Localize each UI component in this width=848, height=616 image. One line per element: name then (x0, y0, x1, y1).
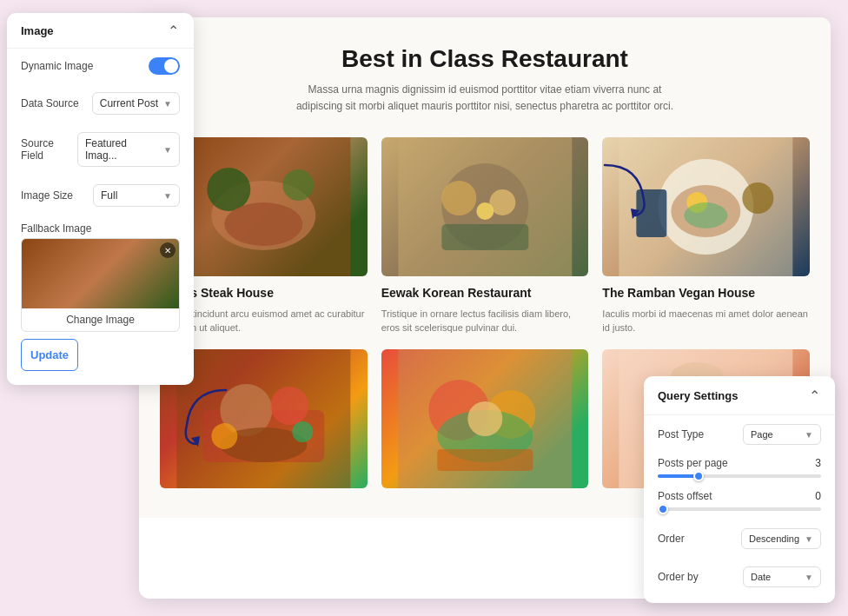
data-source-select[interactable]: Current Post ▼ (92, 92, 180, 115)
posts-per-page-row: Posts per page 3 (644, 454, 835, 487)
query-settings-panel: Query Settings ⌃ Post Type Page ▼ Posts … (644, 376, 835, 603)
list-item: Eewak Korean Restaurant Tristique in orn… (374, 130, 596, 341)
svg-point-10 (476, 202, 494, 220)
source-field-value: Featured Imag... (85, 137, 158, 162)
fallback-image-label: Fallback Image (7, 215, 194, 238)
data-source-chevron-icon: ▼ (163, 99, 172, 109)
post-type-value: Page (751, 429, 773, 440)
svg-point-2 (207, 168, 250, 211)
restaurant-name-3: The Ramban Vegan House (602, 285, 810, 301)
restaurant-header: Best in Class Restaurant Massa urna magn… (139, 17, 831, 130)
image-size-value: Full (101, 189, 117, 202)
restaurant-description: Massa urna magnis dignissim id euismod p… (285, 82, 685, 115)
svg-point-4 (224, 202, 302, 246)
posts-per-page-thumb[interactable] (693, 471, 704, 481)
image-size-row: Image Size Full ▼ (7, 176, 194, 215)
restaurant-image-3 (602, 137, 810, 276)
dynamic-image-toggle[interactable] (149, 57, 180, 75)
list-item (374, 342, 596, 504)
svg-rect-15 (637, 189, 667, 237)
svg-rect-9 (441, 224, 528, 250)
image-size-select[interactable]: Full ▼ (93, 184, 180, 207)
source-field-label: Source Field (21, 137, 77, 162)
post-type-label: Post Type (658, 428, 704, 440)
posts-per-page-value: 3 (815, 457, 821, 469)
data-source-value: Current Post (100, 97, 158, 109)
svg-point-21 (270, 387, 308, 425)
order-by-select[interactable]: Date ▼ (743, 566, 821, 587)
source-field-row: Source Field Featured Imag... ▼ (7, 123, 194, 176)
order-by-chevron-icon: ▼ (805, 573, 813, 582)
restaurant-image-5 (381, 349, 589, 488)
query-panel-header: Query Settings ⌃ (644, 376, 835, 415)
posts-offset-label: Posts offset (658, 490, 712, 502)
restaurant-name-2: Eewak Korean Restaurant (381, 285, 589, 301)
source-field-chevron-icon: ▼ (163, 145, 172, 155)
fallback-image (22, 239, 179, 308)
image-settings-panel: Image ⌃ Dynamic Image Data Source Curren… (7, 13, 194, 385)
data-source-label: Data Source (21, 97, 79, 109)
posts-offset-value: 0 (815, 490, 821, 502)
svg-point-24 (292, 421, 313, 442)
posts-per-page-label: Posts per page (658, 457, 728, 469)
image-panel-header: Image ⌃ (7, 13, 194, 49)
query-panel-chevron-icon[interactable]: ⌃ (807, 388, 821, 402)
order-row: Order Descending ▼ (644, 520, 835, 558)
svg-point-17 (685, 202, 728, 229)
order-value: Descending (749, 533, 799, 544)
post-type-row: Post Type Page ▼ (644, 415, 835, 454)
order-by-label: Order by (658, 571, 699, 583)
source-field-select[interactable]: Featured Imag... ▼ (77, 132, 180, 167)
image-size-label: Image Size (21, 189, 73, 202)
fallback-image-container: ✕ Change Image (21, 238, 180, 332)
list-item: The Ramban Vegan House Iaculis morbi id … (595, 130, 817, 341)
update-button[interactable]: Update (21, 339, 78, 371)
svg-point-3 (282, 169, 314, 201)
svg-point-23 (211, 423, 237, 449)
svg-point-16 (743, 182, 774, 214)
order-label: Order (658, 533, 685, 545)
posts-per-page-slider[interactable] (658, 474, 821, 478)
post-type-select[interactable]: Page ▼ (743, 424, 821, 445)
close-fallback-button[interactable]: ✕ (160, 242, 176, 258)
svg-rect-30 (437, 449, 533, 471)
image-size-chevron-icon: ▼ (163, 191, 172, 201)
posts-offset-row: Posts offset 0 (644, 487, 835, 520)
posts-offset-thumb[interactable] (658, 504, 668, 514)
change-image-button[interactable]: Change Image (22, 308, 179, 331)
order-by-row: Order by Date ▼ (644, 558, 835, 596)
data-source-row: Data Source Current Post ▼ (7, 83, 194, 123)
dynamic-image-row: Dynamic Image (7, 49, 194, 83)
order-by-value: Date (751, 572, 771, 582)
order-select[interactable]: Descending ▼ (741, 528, 821, 549)
order-chevron-icon: ▼ (805, 534, 813, 544)
posts-per-page-fill (658, 474, 699, 478)
image-panel-chevron-icon[interactable]: ⌃ (166, 23, 180, 37)
restaurant-desc-2: Tristique in ornare lectus facilisis dia… (381, 307, 589, 335)
svg-point-29 (467, 401, 502, 436)
toggle-knob (164, 59, 178, 73)
restaurant-title: Best in Class Restaurant (174, 45, 796, 73)
post-type-chevron-icon: ▼ (805, 430, 813, 440)
restaurant-image-2 (381, 137, 589, 276)
dynamic-image-label: Dynamic Image (21, 60, 93, 72)
query-panel-title: Query Settings (658, 389, 738, 402)
posts-offset-slider[interactable] (658, 507, 821, 511)
restaurant-desc-3: Iaculis morbi id maecenas mi amet dolor … (602, 307, 810, 335)
svg-point-7 (441, 181, 476, 215)
image-panel-title: Image (21, 24, 54, 37)
